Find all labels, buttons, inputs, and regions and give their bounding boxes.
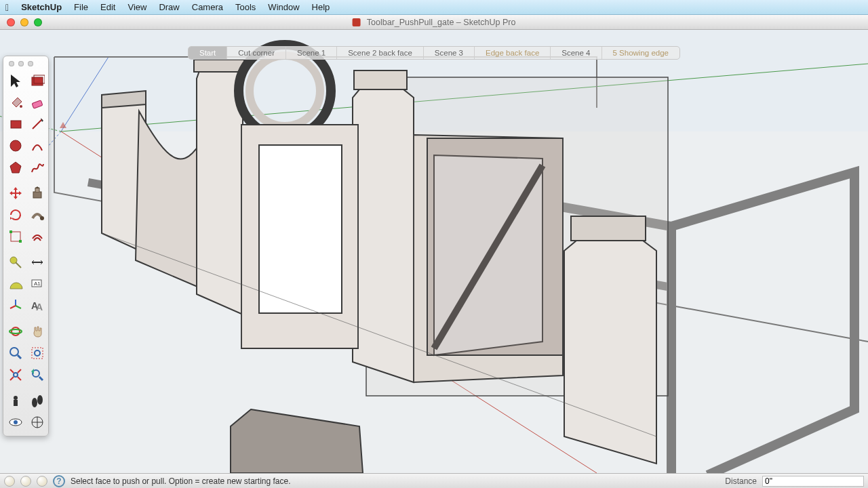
geolocation-icon[interactable] [4,476,15,487]
svg-text:A1: A1 [34,281,41,287]
window-controls [0,18,42,26]
scene-tab-1[interactable]: Cut corner [227,47,286,59]
rotate-tool[interactable] [5,205,26,225]
window-titlebar: Toolbar_PushPull_gate – SketchUp Pro [0,15,868,30]
palette-titlebar[interactable] [5,59,47,68]
svg-line-53 [10,306,16,308]
tool-palette[interactable]: A1AA [3,56,49,436]
instructor-help-icon[interactable]: ? [53,475,65,487]
follow-me-tool[interactable] [27,205,47,225]
window-title: Toolbar_PushPull_gate – SketchUp Pro [353,18,516,27]
minimize-window-button[interactable] [20,18,28,26]
app-menu[interactable]: SketchUp [21,2,62,12]
palette-zoom-icon[interactable] [28,61,33,66]
svg-point-56 [12,327,20,336]
svg-point-67 [37,395,43,405]
axes-tool[interactable] [5,296,26,316]
offset-tool[interactable] [27,226,47,247]
menu-window[interactable]: Window [268,2,299,12]
menu-view[interactable]: View [127,2,146,12]
svg-rect-33 [32,77,43,85]
viewport-canvas[interactable] [0,30,868,473]
menu-help[interactable]: Help [312,2,330,12]
freehand-tool[interactable] [27,157,47,178]
rectangle-tool[interactable] [5,114,26,134]
polygon-tool[interactable] [5,157,26,178]
protractor-tool[interactable] [5,274,26,294]
status-bar: ? Select face to push or pull. Option = … [0,473,868,488]
svg-rect-60 [32,348,43,359]
walk-tool[interactable] [27,390,47,411]
zoom-tool[interactable] [5,343,26,363]
window-title-text: Toolbar_PushPull_gate – SketchUp Pro [367,18,516,27]
svg-point-69 [14,420,18,424]
circle-tool[interactable] [5,136,26,156]
vcb-label: Distance [725,476,757,486]
svg-marker-17 [353,89,414,382]
eraser-tool[interactable] [27,92,47,113]
svg-rect-36 [32,100,43,108]
select-tool[interactable] [5,70,26,91]
scene-tab-start[interactable]: Start [189,47,227,59]
svg-marker-26 [564,241,656,464]
section-plane-tool[interactable] [27,412,47,432]
text-tool[interactable]: A1 [27,274,47,294]
arc-tool[interactable] [27,136,47,156]
scene-tab-6[interactable]: Scene 4 [551,47,601,59]
menu-camera[interactable]: Camera [192,2,223,12]
push-pull-tool[interactable] [27,183,47,203]
move-tool[interactable] [5,183,26,203]
menu-file[interactable]: File [74,2,88,12]
svg-point-35 [20,105,22,108]
zoom-extents-tool[interactable] [5,365,26,385]
svg-point-61 [35,350,40,356]
svg-line-59 [18,355,21,359]
orbit-tool[interactable] [5,321,26,342]
apple-menu-icon[interactable]:  [5,2,9,13]
svg-rect-25 [571,216,646,241]
svg-line-52 [16,306,21,308]
look-around-tool[interactable] [5,412,26,432]
svg-text:A: A [36,302,43,312]
document-icon [353,18,361,26]
scene-tab-2[interactable]: Scene 1 [286,47,337,59]
paint-bucket-tool[interactable] [5,92,26,113]
zoom-window-tool[interactable] [27,343,47,363]
svg-point-66 [32,398,37,407]
svg-rect-19 [259,145,342,313]
model-viewport[interactable] [0,30,868,473]
scene-tab-5[interactable]: Edge back face [475,47,551,59]
svg-point-39 [10,140,21,151]
position-camera-tool[interactable] [5,390,26,411]
scene-tab-4[interactable]: Scene 3 [424,47,475,59]
palette-min-icon[interactable] [18,61,24,66]
svg-rect-44 [9,230,12,233]
palette-close-icon[interactable] [9,61,14,66]
svg-line-47 [16,262,21,268]
line-tool[interactable] [27,114,47,134]
tape-measure-tool[interactable] [5,252,26,272]
zoom-window-button[interactable] [34,18,42,26]
scene-tab-3[interactable]: Scene 2 back face [337,47,424,59]
menu-tools[interactable]: Tools [235,2,256,12]
dimension-tool[interactable] [27,252,47,272]
status-hint: Select face to push or pull. Option = cr… [71,476,291,486]
scale-tool[interactable] [5,226,26,247]
signin-icon[interactable] [37,476,47,487]
menu-draw[interactable]: Draw [159,2,179,12]
svg-rect-13 [194,60,244,72]
measurements-input[interactable] [762,476,864,487]
make-component-tool[interactable] [27,70,47,91]
scene-tab-7[interactable]: 5 Showing edge [602,47,679,59]
previous-view-tool[interactable] [27,365,47,385]
svg-rect-24 [427,138,563,355]
svg-point-42 [40,216,44,220]
close-window-button[interactable] [7,18,15,26]
svg-rect-41 [33,192,41,198]
credits-icon[interactable] [20,476,31,487]
menu-edit[interactable]: Edit [100,2,115,12]
3d-text-tool[interactable]: AA [27,296,47,316]
pan-tool[interactable] [27,321,47,342]
svg-rect-45 [19,240,22,243]
svg-point-62 [14,373,18,377]
